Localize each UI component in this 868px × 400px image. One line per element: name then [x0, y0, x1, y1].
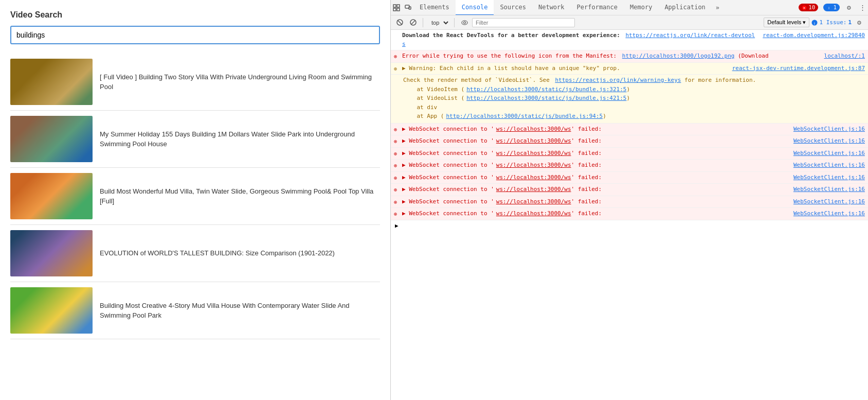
- eye-icon[interactable]: [459, 17, 470, 28]
- ws-link[interactable]: ws://localhost:3000/ws: [496, 186, 571, 193]
- console-entry: ⊗ ▶ WebSocket connection to 'ws://localh…: [391, 124, 868, 136]
- default-levels-button[interactable]: Default levels ▾: [764, 18, 809, 27]
- video-title: [ Full Video ] Building Two Story Villa …: [100, 72, 380, 92]
- svg-point-14: [462, 21, 467, 25]
- message-badge: i 1: [823, 4, 840, 11]
- devtools-inspect-icon[interactable]: [391, 2, 402, 13]
- ws-link[interactable]: ws://localhost:3000/ws: [496, 162, 571, 168]
- toolbar-separator: [423, 18, 423, 27]
- entry-text: Download the React DevTools for a better…: [402, 31, 757, 48]
- svg-rect-1: [397, 5, 400, 7]
- tab-memory[interactable]: Memory: [624, 0, 658, 15]
- stack-link[interactable]: http://localhost:3000/static/js/bundle.j…: [446, 113, 603, 119]
- svg-point-15: [463, 22, 465, 24]
- console-toolbar: top Default levels ▾ i 1 Issue: 1 ⚙: [391, 15, 868, 30]
- warning-detail: Check the render method of `VideoList`. …: [391, 75, 868, 124]
- entry-text: ▶ WebSocket connection to 'ws://localhos…: [402, 173, 788, 182]
- entry-text: ▶ WebSocket connection to 'ws://localhos…: [402, 185, 788, 194]
- svg-rect-5: [409, 7, 411, 9]
- tab-elements[interactable]: Elements: [413, 0, 456, 15]
- svg-rect-3: [397, 8, 400, 11]
- ws-link[interactable]: ws://localhost:3000/ws: [496, 198, 571, 205]
- console-block-icon[interactable]: [407, 17, 419, 28]
- entry-source[interactable]: WebSocketClient.js:16: [788, 173, 865, 182]
- app-title: Video Search: [10, 10, 380, 20]
- console-entry: ⊗ ▶ WebSocket connection to 'ws://localh…: [391, 160, 868, 172]
- search-input[interactable]: [10, 26, 380, 44]
- issue-count: 1: [848, 19, 852, 26]
- entry-text: ▶ WebSocket connection to 'ws://localhos…: [402, 137, 788, 146]
- entry-source[interactable]: WebSocketClient.js:16: [788, 125, 865, 134]
- ws-link[interactable]: ws://localhost:3000/ws: [496, 137, 571, 144]
- svg-rect-2: [393, 8, 396, 11]
- entry-source[interactable]: WebSocketClient.js:16: [788, 161, 865, 170]
- entry-link[interactable]: http://localhost:3000/logo192.png: [622, 53, 735, 59]
- console-clear-icon[interactable]: [394, 17, 405, 28]
- entry-source[interactable]: WebSocketClient.js:16: [788, 185, 865, 194]
- stack-link[interactable]: http://localhost:3000/static/js/bundle.j…: [466, 86, 626, 93]
- ws-link[interactable]: ws://localhost:3000/ws: [496, 174, 571, 181]
- video-thumbnail: [10, 230, 93, 276]
- ws-link[interactable]: ws://localhost:3000/ws: [496, 126, 571, 132]
- entry-source[interactable]: react-dom.development.js:29840: [757, 31, 865, 40]
- tab-more[interactable]: »: [712, 2, 724, 14]
- entry-source[interactable]: react-jsx-dev-runtime.development.js:87: [727, 64, 865, 73]
- error-icon: ⊗: [394, 174, 397, 182]
- devtools-right-controls: ✕ 10 i 1 ⚙ ⋮: [797, 2, 868, 13]
- console-entry: ⊗ ▶ WebSocket connection to 'ws://localh…: [391, 196, 868, 208]
- console-content: Download the React DevTools for a better…: [391, 30, 868, 400]
- video-thumbnail: [10, 287, 93, 334]
- console-entry: ⊗ ▶ WebSocket connection to 'ws://localh…: [391, 148, 868, 160]
- entry-source[interactable]: localhost/:1: [819, 52, 865, 61]
- console-filter-input[interactable]: [472, 18, 575, 27]
- devtools-panel: Elements Console Sources Network Perform…: [391, 0, 868, 400]
- tab-performance[interactable]: Performance: [571, 0, 624, 15]
- error-icon: ⊗: [394, 150, 397, 158]
- console-entry: ⊗ Error while trying to use the followin…: [391, 50, 868, 63]
- entry-source[interactable]: WebSocketClient.js:16: [788, 149, 865, 158]
- error-icon: ⊗: [394, 186, 397, 194]
- svg-rect-0: [393, 5, 396, 7]
- issue-badge[interactable]: i 1 Issue: 1: [811, 19, 852, 26]
- devtools-tabbar: Elements Console Sources Network Perform…: [391, 0, 868, 15]
- video-title: EVOLUTION of WORLD'S TALLEST BUILDING: S…: [100, 248, 335, 258]
- video-thumbnail: [10, 116, 93, 162]
- svg-text:✕: ✕: [803, 6, 806, 10]
- console-expand-arrow[interactable]: ▶: [391, 220, 868, 231]
- video-title: My Summer Holiday 155 Days Building 1M D…: [100, 129, 380, 149]
- console-settings-icon[interactable]: ⚙: [854, 17, 865, 28]
- svg-line-11: [397, 20, 402, 25]
- ws-link[interactable]: ws://localhost:3000/ws: [496, 210, 571, 217]
- entry-source[interactable]: WebSocketClient.js:16: [788, 210, 865, 218]
- tab-sources[interactable]: Sources: [494, 0, 532, 15]
- tab-application[interactable]: Application: [658, 0, 711, 15]
- ws-link[interactable]: ws://localhost:3000/ws: [496, 150, 571, 156]
- video-thumbnail: [10, 59, 93, 105]
- error-icon: ⊗: [394, 53, 397, 60]
- message-count: 1: [833, 4, 837, 11]
- entry-text: ▶ WebSocket connection to 'ws://localhos…: [402, 149, 788, 158]
- entry-source[interactable]: WebSocketClient.js:16: [788, 137, 865, 146]
- entry-source[interactable]: WebSocketClient.js:16: [788, 198, 865, 206]
- error-icon: ⊗: [394, 198, 397, 206]
- console-entry: ⊗ ▶ WebSocket connection to 'ws://localh…: [391, 135, 868, 148]
- error-icon: ⊗: [394, 137, 397, 145]
- svg-text:i: i: [815, 21, 816, 25]
- warning-link[interactable]: https://reactjs.org/link/warning-keys: [555, 77, 681, 83]
- tab-network[interactable]: Network: [532, 0, 571, 15]
- video-title: Building Most Creative 4-Story Mud Villa…: [100, 301, 380, 321]
- error-badge: ✕ 10: [799, 4, 818, 11]
- list-item: Building Most Creative 4-Story Mud Villa…: [10, 282, 380, 339]
- devtools-responsive-icon[interactable]: [402, 2, 413, 13]
- toolbar-separator2: [454, 18, 455, 27]
- list-item: [ Full Video ] Building Two Story Villa …: [10, 54, 380, 111]
- entry-text: ▶ WebSocket connection to 'ws://localhos…: [402, 210, 788, 218]
- console-entry: ⊗ ▶ WebSocket connection to 'ws://localh…: [391, 208, 868, 220]
- console-entry: ⊗ ▶ WebSocket connection to 'ws://localh…: [391, 184, 868, 196]
- context-selector[interactable]: top: [427, 18, 450, 27]
- stack-link[interactable]: http://localhost:3000/static/js/bundle.j…: [466, 95, 626, 101]
- devtools-settings-icon[interactable]: ⚙: [843, 2, 855, 13]
- devtools-more-icon[interactable]: ⋮: [857, 2, 868, 13]
- entry-text: Error while trying to use the following …: [402, 52, 819, 61]
- tab-console[interactable]: Console: [456, 0, 494, 15]
